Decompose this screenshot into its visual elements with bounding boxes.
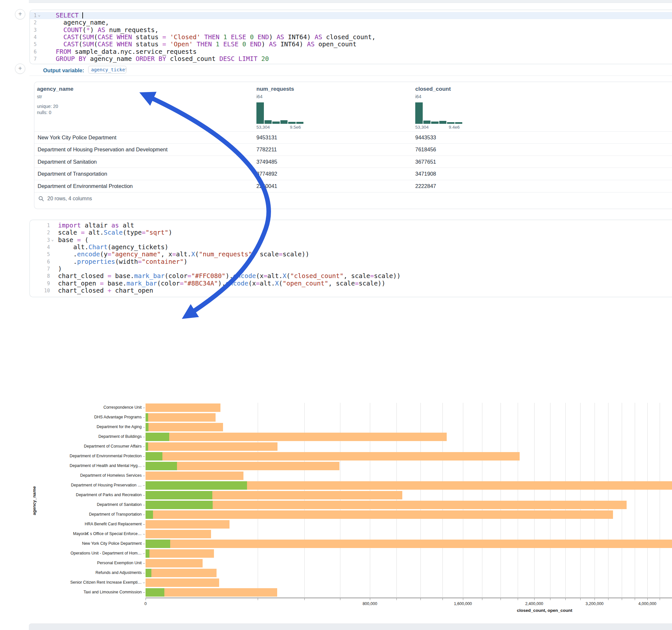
y-axis-tick — [143, 495, 145, 495]
table-row[interactable]: Department of Sanitation37494853677651 — [34, 155, 672, 168]
gridline — [647, 403, 648, 597]
gridline — [304, 403, 305, 597]
notebook-page: + + 1⌄SELECT 2 agency_name,3 COUNT(*) AS… — [0, 0, 672, 630]
y-axis-tick — [143, 554, 145, 554]
table-row[interactable]: Department of Environmental Protection22… — [34, 180, 672, 193]
gridline — [463, 403, 463, 597]
code-line: 8chart_closed = base.mark_bar(color="#FF… — [30, 272, 672, 280]
bar-open-count — [146, 452, 162, 461]
x-axis-tick — [647, 598, 648, 600]
histogram-min: 53,304 — [257, 125, 270, 130]
python-editor-cell[interactable]: 1import altair as alt2scale = alt.Scale(… — [29, 220, 672, 297]
x-axis-tick-label: 2,400,000 — [525, 602, 543, 606]
gridline — [580, 403, 581, 597]
bar-closed-count — [146, 452, 520, 461]
table-footer: 20 rows, 4 columns — [38, 196, 92, 201]
bar-open-count — [146, 442, 148, 451]
x-axis-tick — [580, 598, 581, 600]
add-cell-button-output[interactable]: + — [15, 64, 25, 74]
histogram-range-labels: 53,304 9.5e6 — [257, 125, 304, 130]
bar-open-count — [146, 423, 148, 431]
code-line: 1import altair as alt — [30, 222, 672, 229]
output-variable-input[interactable]: agency_tickets — [88, 66, 126, 74]
table-row[interactable]: New York City Police Department945313194… — [34, 131, 672, 144]
column-name: agency_name — [37, 86, 73, 92]
x-axis-tick-label: 800,000 — [362, 602, 377, 606]
x-axis-tick — [421, 598, 421, 600]
x-axis-tick — [608, 598, 608, 600]
bar-closed-count — [146, 481, 672, 490]
y-axis-tick — [143, 563, 145, 563]
x-axis-tick — [501, 598, 501, 600]
gridline — [595, 403, 595, 597]
x-axis-tick — [550, 598, 550, 600]
category-label: HRA Benefit Card Replacement — [41, 522, 142, 526]
x-axis-tick — [146, 598, 146, 600]
y-axis-tick — [143, 466, 145, 466]
table-cell: Department of Environmental Protection — [38, 183, 133, 189]
x-axis-tick-label: 0 — [145, 602, 147, 606]
bar-closed-count — [146, 491, 402, 500]
category-label: Department of Health and Mental Hyg… — [41, 463, 142, 468]
output-variable-label: Output variable: — [43, 67, 84, 74]
search-icon[interactable] — [38, 196, 44, 201]
bar-closed-count — [146, 549, 214, 558]
table-cell: Department of Sanitation — [38, 159, 97, 165]
column-type: i64 — [257, 94, 304, 99]
bar-closed-count — [146, 423, 223, 431]
x-axis-tick — [304, 598, 305, 600]
bar-open-count — [146, 481, 247, 490]
histogram-max: 9.4e6 — [449, 125, 460, 130]
bar-open-count — [146, 588, 164, 597]
bar-open-count — [146, 462, 177, 470]
dataframe-preview-card: agency_name str unique: 20 nulls: 0 num_… — [34, 82, 672, 209]
column-name: num_requests — [257, 86, 304, 92]
bar-closed-count — [146, 569, 217, 577]
column-type: str — [37, 94, 73, 99]
table-row[interactable]: Department of Housing Preservation and D… — [34, 143, 672, 155]
chart-plot-area — [146, 403, 672, 597]
bar-closed-count — [146, 462, 339, 470]
gridline — [534, 403, 534, 597]
code-line: 4 alt.Chart(agency_tickets) — [30, 244, 672, 251]
bar-closed-count — [146, 442, 278, 451]
category-label: Department of Housing Preservation … — [41, 483, 142, 487]
category-label: Department for the Aging — [41, 425, 142, 429]
add-cell-button-top[interactable]: + — [15, 9, 25, 20]
gridline — [608, 403, 608, 597]
gridline — [258, 403, 258, 597]
code-line: 4 CAST(SUM(CASE WHEN status = 'Closed' T… — [30, 34, 672, 41]
bar-closed-count — [146, 520, 230, 529]
code-line: 7GROUP BY agency_name ORDER BY closed_co… — [30, 55, 672, 63]
x-axis-tick — [258, 598, 258, 600]
previous-cell-edge — [29, 0, 672, 3]
code-line: 1⌄SELECT — [30, 12, 672, 19]
y-axis-title: agency_name — [32, 486, 37, 515]
bar-open-count — [146, 549, 149, 558]
gridline — [550, 403, 550, 597]
bar-closed-count — [146, 413, 216, 421]
category-label: Department of Parks and Recreation — [41, 492, 142, 497]
x-axis-tick — [622, 598, 622, 600]
bar-open-count — [146, 569, 151, 577]
category-label: Department of Transportation — [41, 512, 142, 516]
histogram-min: 53,304 — [415, 125, 429, 130]
y-axis-tick — [143, 544, 145, 544]
fold-chevron-icon[interactable]: ⌄ — [38, 11, 41, 19]
category-label: Department of Sanitation — [41, 502, 142, 507]
code-line: 3 COUNT(*) AS num_requests, — [30, 27, 672, 34]
category-label: Taxi and Limousine Commission — [41, 590, 142, 595]
sql-editor-cell[interactable]: 1⌄SELECT 2 agency_name,3 COUNT(*) AS num… — [29, 10, 672, 64]
bar-open-count — [146, 510, 153, 519]
table-row[interactable]: Department of Transportation377489234719… — [34, 168, 672, 180]
x-axis-tick — [463, 598, 463, 600]
x-axis-title: closed_count, open_count — [517, 608, 572, 613]
category-label: Personal Exemption Unit — [41, 561, 142, 565]
code-line: 10chart_closed + chart_open — [30, 287, 672, 294]
fold-chevron-icon[interactable]: ⌄ — [51, 236, 54, 243]
table-cell: 9453131 — [257, 135, 277, 141]
category-label: Correspondence Unit — [41, 405, 142, 410]
category-label: Operations Unit - Department of Hom… — [41, 551, 142, 555]
column-unique-count: unique: 20 — [37, 104, 73, 109]
table-cell: 2240041 — [257, 183, 277, 189]
